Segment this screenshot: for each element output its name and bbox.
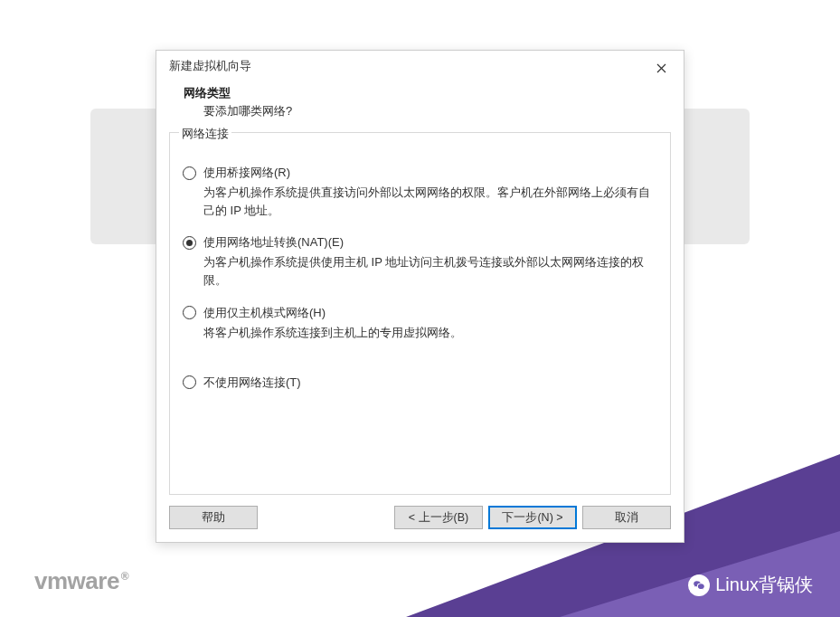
back-button[interactable]: < 上一步(B) [394,506,483,529]
radio-bridged-label[interactable]: 使用桥接网络(R) [203,165,290,181]
header-title: 网络类型 [184,85,665,101]
close-button[interactable] [647,58,675,78]
dialog-header: 网络类型 要添加哪类网络? [156,80,684,132]
wizard-dialog: 新建虚拟机向导 网络类型 要添加哪类网络? 网络连接 使用桥接网络(R) 为客户… [156,50,684,543]
help-button[interactable]: 帮助 [169,506,258,529]
header-subtitle: 要添加哪类网络? [203,103,665,119]
wechat-icon [688,574,710,596]
watermark-text: Linux背锅侠 [715,573,813,597]
option-nat: 使用网络地址转换(NAT)(E) 为客户机操作系统提供使用主机 IP 地址访问主… [183,234,657,290]
radio-bridged-desc: 为客户机操作系统提供直接访问外部以太网网络的权限。客户机在外部网络上必须有自己的… [203,184,657,220]
radio-host-only[interactable] [183,306,196,319]
radio-none-label[interactable]: 不使用网络连接(T) [203,375,301,391]
dialog-title: 新建虚拟机向导 [169,58,251,74]
dialog-button-row: 帮助 < 上一步(B) 下一步(N) > 取消 [156,495,684,542]
option-bridged: 使用桥接网络(R) 为客户机操作系统提供直接访问外部以太网网络的权限。客户机在外… [183,165,657,220]
radio-nat[interactable] [183,236,196,250]
network-connection-fieldset: 网络连接 使用桥接网络(R) 为客户机操作系统提供直接访问外部以太网网络的权限。… [169,132,671,495]
option-host-only: 使用仅主机模式网络(H) 将客户机操作系统连接到主机上的专用虚拟网络。 [183,305,657,342]
watermark: Linux背锅侠 [688,573,813,597]
radio-bridged[interactable] [183,166,196,180]
radio-host-only-desc: 将客户机操作系统连接到主机上的专用虚拟网络。 [203,324,657,342]
option-none: 不使用网络连接(T) [183,375,657,391]
dialog-titlebar: 新建虚拟机向导 [156,51,684,80]
radio-host-only-label[interactable]: 使用仅主机模式网络(H) [203,305,326,321]
vmware-logo: vmware® [34,567,128,595]
close-icon [656,63,666,73]
button-row-right: < 上一步(B) 下一步(N) > 取消 [394,506,671,529]
radio-nat-label[interactable]: 使用网络地址转换(NAT)(E) [203,234,344,251]
fieldset-legend: 网络连接 [179,126,231,142]
cancel-button[interactable]: 取消 [582,506,671,529]
radio-none[interactable] [183,375,196,389]
next-button[interactable]: 下一步(N) > [488,506,577,529]
radio-nat-desc: 为客户机操作系统提供使用主机 IP 地址访问主机拨号连接或外部以太网网络连接的权… [203,253,657,290]
